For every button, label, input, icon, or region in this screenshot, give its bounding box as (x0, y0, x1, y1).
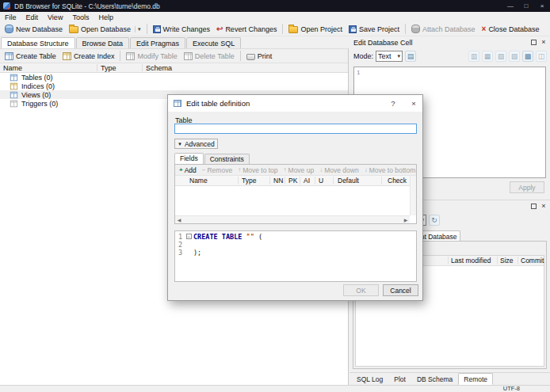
float-dock-icon[interactable] (531, 40, 537, 45)
tables-icon (10, 74, 17, 81)
code-fold-icon[interactable]: − (186, 234, 192, 239)
column-header-size[interactable]: Size (500, 257, 514, 265)
tab-db-schema[interactable]: DB Schema (411, 373, 458, 385)
fields-table-body[interactable] (175, 186, 410, 215)
column-header-name[interactable]: Name (3, 64, 22, 72)
save-project-button[interactable]: Save Project (346, 25, 403, 34)
dialog-close-button[interactable]: × (405, 95, 422, 112)
import-cell-button[interactable]: ▤ (405, 51, 416, 62)
create-table-button[interactable]: Create Table (2, 51, 59, 61)
column-header-nn[interactable]: NN (273, 177, 283, 185)
move-top-icon: ↑ (238, 167, 241, 173)
move-to-bottom-button[interactable]: ↓ Move to bottom (362, 166, 418, 174)
structure-toolbar: Create Table Create Index Modify Table D… (0, 49, 348, 63)
maximize-button[interactable]: □ (518, 0, 534, 12)
word-wrap-button[interactable]: ▩ (522, 51, 533, 62)
column-divider (97, 64, 97, 71)
minimize-button[interactable]: — (502, 0, 518, 12)
move-up-icon: ↑ (284, 167, 287, 173)
menu-tools[interactable]: Tools (67, 13, 94, 21)
tab-fields[interactable]: Fields (174, 153, 204, 164)
toolbar-separator (147, 24, 147, 34)
attach-database-button[interactable]: Attach Database (408, 24, 479, 34)
column-header-check[interactable]: Check (388, 177, 407, 185)
new-database-icon (5, 25, 13, 33)
tab-constraints[interactable]: Constraints (204, 154, 250, 164)
write-changes-button[interactable]: Write Changes (150, 25, 213, 34)
revert-changes-icon: ↩ (216, 25, 223, 33)
print-cell-button[interactable]: ◫ (536, 51, 547, 62)
close-dock-icon[interactable]: × (540, 203, 548, 210)
paste-cell-button[interactable]: ▨ (509, 51, 520, 62)
tab-browse-data[interactable]: Browse Data (76, 37, 130, 48)
column-divider (448, 257, 449, 265)
column-header-pk[interactable]: PK (288, 177, 297, 185)
advanced-toggle-button[interactable]: ▼ Advanced (174, 139, 218, 149)
dialog-help-button[interactable]: ? (384, 95, 402, 112)
delete-table-button[interactable]: Delete Table (181, 51, 238, 61)
tab-edit-pragmas[interactable]: Edit Pragmas (130, 37, 185, 48)
vertical-scrollbar[interactable] (410, 176, 416, 215)
close-button[interactable]: × (534, 0, 550, 12)
column-header-ai[interactable]: AI (304, 177, 310, 185)
column-header-default[interactable]: Default (338, 177, 359, 185)
move-down-icon: ↓ (319, 167, 323, 173)
revert-changes-button[interactable]: ↩ Revert Changes (213, 25, 280, 34)
float-dock-icon[interactable] (531, 204, 537, 209)
open-database-button[interactable]: Open Database ▾ (66, 24, 144, 34)
export-cell-button[interactable]: ▥ (468, 51, 479, 62)
close-dock-icon[interactable]: × (540, 39, 548, 46)
tree-item-tables[interactable]: Tables (0) (0, 73, 348, 82)
column-header-u[interactable]: U (319, 177, 323, 185)
create-index-button[interactable]: Create Index (59, 51, 118, 61)
add-field-button[interactable]: + Add (177, 166, 199, 174)
reload-identities-button[interactable]: ↻ (429, 215, 440, 226)
menu-edit[interactable]: Edit (21, 13, 44, 21)
tab-remote[interactable]: Remote (458, 373, 493, 385)
tab-database-structure[interactable]: Database Structure (1, 37, 75, 48)
column-header-name[interactable]: Name (189, 177, 208, 185)
copy-cell-button[interactable]: ▧ (495, 51, 506, 62)
column-divider (238, 177, 239, 185)
print-button[interactable]: Print (243, 51, 276, 61)
mode-select[interactable]: Text ▾ (376, 51, 403, 62)
tree-item-indices[interactable]: Indices (0) (0, 82, 348, 90)
close-database-button[interactable]: × Close Database (479, 25, 543, 34)
scroll-right-icon[interactable]: ▶ (402, 217, 410, 223)
menu-view[interactable]: View (43, 13, 67, 21)
move-to-top-button[interactable]: ↑ Move to top (235, 166, 280, 174)
indices-icon (10, 82, 17, 89)
tab-plot[interactable]: Plot (388, 373, 411, 385)
app-icon (3, 2, 10, 10)
tab-sql-log[interactable]: SQL Log (351, 373, 388, 385)
open-database-dropdown-icon[interactable]: ▾ (135, 26, 141, 32)
move-down-button[interactable]: ↓ Move down (317, 166, 361, 174)
column-header-last-modified[interactable]: Last modified (451, 257, 491, 265)
column-header-commit[interactable]: Commit (521, 257, 544, 265)
column-header-type[interactable]: Type (242, 177, 256, 185)
ok-button[interactable]: OK (343, 284, 379, 296)
menu-file[interactable]: File (0, 13, 21, 21)
main-tabbar: Database Structure Browse Data Edit Prag… (0, 36, 349, 48)
scroll-left-icon[interactable]: ◀ (175, 217, 183, 223)
column-header-schema[interactable]: Schema (146, 64, 172, 72)
new-database-button[interactable]: New Database (2, 24, 66, 34)
open-project-button[interactable]: Open Project (285, 24, 346, 34)
modify-table-button[interactable]: Modify Table (123, 51, 180, 61)
move-up-button[interactable]: ↑ Move up (281, 166, 317, 174)
column-divider (269, 177, 270, 185)
horizontal-scrollbar[interactable]: ◀ ▶ (175, 215, 410, 223)
fields-panel: + Add − Remove ↑ Move to top ↑ Move up ↓ (174, 164, 417, 224)
column-header-type[interactable]: Type (101, 64, 116, 72)
apply-button[interactable]: Apply (510, 181, 544, 193)
tab-execute-sql[interactable]: Execute SQL (186, 37, 241, 48)
table-name-input[interactable] (174, 124, 417, 134)
encoding-indicator[interactable]: UTF-8 (503, 386, 520, 392)
remove-field-button[interactable]: − Remove (200, 166, 235, 174)
mode-label: Mode: (353, 52, 373, 60)
menu-help[interactable]: Help (94, 13, 118, 21)
print-icon (246, 54, 255, 60)
set-null-button[interactable]: ▦ (482, 51, 493, 62)
cancel-button[interactable]: Cancel (383, 284, 418, 296)
sql-keyword: CREATE TABLE (193, 233, 242, 241)
